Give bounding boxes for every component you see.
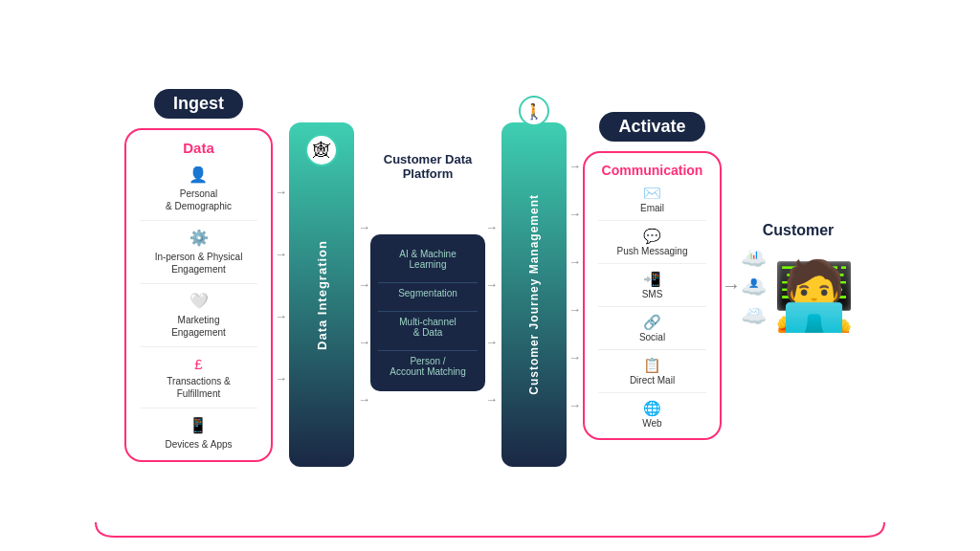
- ingest-card-title: Data: [183, 140, 214, 156]
- cloud-mail-icon: ✉️: [748, 307, 759, 317]
- direct-mail-icon: 📋: [643, 357, 661, 374]
- cloud-3: ☁️ ✉️: [741, 304, 767, 329]
- divider: [598, 306, 706, 307]
- arrow-r-multi: →: [485, 335, 498, 349]
- arr-c2: →: [568, 207, 581, 221]
- heart-icon: 🤍: [189, 292, 209, 312]
- arr-c6: →: [568, 398, 581, 412]
- sms-icon: 📲: [643, 271, 661, 288]
- divider: [140, 346, 257, 347]
- ingest-item-personal: 👤 Personal& Demographic: [166, 165, 232, 212]
- activate-title: Activate: [599, 112, 704, 142]
- arrow-r-person: →: [485, 392, 498, 407]
- ingest-item-transactions: £ Transactions &Fulfillment: [167, 355, 230, 401]
- divider: [140, 283, 257, 284]
- customer-figure-area: ☁️ 📊 ☁️ 👤 ☁️ ✉️ 🧑‍💻: [741, 247, 856, 329]
- pound-icon: £: [194, 355, 202, 374]
- customer-label: Customer: [763, 222, 835, 239]
- ingest-item-devices: 📱 Devices & Apps: [165, 416, 232, 451]
- comm-item-email: ✉️ Email: [640, 185, 664, 213]
- divider: [598, 263, 706, 264]
- comm-item-web: 🌐 Web: [642, 400, 661, 429]
- divider: [598, 392, 706, 393]
- cjm-column: Customer Journey Management: [501, 122, 567, 467]
- cdp-item-person-matching: Person /Account Matching: [378, 350, 478, 382]
- cdp-with-arrows: → → → → AI & Machine Learning Segmentati…: [358, 188, 498, 437]
- cjm-label: Customer Journey Management: [527, 194, 541, 395]
- cdp-item-segmentation: Segmentation: [378, 282, 478, 303]
- customer-section: Customer ☁️ 📊 ☁️ 👤 ☁️ ✉️: [741, 222, 856, 329]
- divider: [140, 408, 257, 408]
- devices-icon: 📱: [189, 416, 208, 436]
- cdp-body: AI & Machine Learning Segmentation Multi…: [370, 234, 485, 391]
- cjm-arrows: → → → → → →: [568, 94, 581, 457]
- arrow-4: →: [275, 371, 287, 386]
- cdp-right-arrows: → → → →: [485, 188, 498, 437]
- ingest-item-inperson: ⚙️ In-person & PhysicalEngagement: [155, 229, 243, 276]
- web-icon: 🌐: [643, 400, 661, 417]
- cjm-wrap: 🚶 Customer Journey Management: [501, 122, 567, 467]
- ingest-item-marketing: 🤍 MarketingEngagement: [171, 292, 226, 339]
- arrow-3: →: [275, 309, 287, 323]
- comm-card-title: Communication: [602, 163, 703, 178]
- customer-person-figure: 🧑‍💻: [772, 262, 856, 329]
- final-arrow-sym: →: [722, 275, 741, 297]
- person-icon: 👤: [189, 165, 208, 186]
- arrow-ai: →: [358, 220, 370, 234]
- cjm-person-icon: 🚶: [519, 96, 549, 126]
- comm-item-social: 🔗 Social: [639, 314, 665, 342]
- cloud-person-icon: 👤: [748, 278, 759, 288]
- ingest-title: Ingest: [154, 89, 243, 119]
- data-integration-section: 🕸 Data Integration: [289, 122, 354, 467]
- network-icon: 🕸: [305, 134, 338, 166]
- divider: [598, 349, 706, 350]
- cloud-2: ☁️ 👤: [741, 276, 767, 300]
- arrow-1: →: [275, 185, 287, 199]
- comm-item-push: 💬 Push Messaging: [617, 228, 688, 256]
- ingest-section: Ingest Data 👤 Personal& Demographic ⚙️ I…: [124, 89, 273, 462]
- data-integration-label: Data Integration: [315, 240, 329, 350]
- push-icon: 💬: [643, 228, 661, 245]
- arrow-2: →: [275, 247, 287, 261]
- social-icon: 🔗: [643, 314, 661, 331]
- arrow-person: →: [358, 392, 370, 407]
- arrow-r-seg: →: [485, 277, 498, 292]
- cdp-section: Customer DataPlatform → → → → AI & Machi…: [358, 152, 498, 437]
- diagram-container: Ingest Data 👤 Personal& Demographic ⚙️ I…: [0, 0, 980, 551]
- arr-c3: →: [568, 254, 581, 269]
- email-icon: ✉️: [643, 185, 661, 202]
- gear-icon: ⚙️: [189, 229, 209, 249]
- arrow-multi: →: [358, 335, 370, 349]
- data-integration-column: 🕸 Data Integration: [289, 122, 354, 467]
- ingest-arrows: → → → →: [275, 113, 287, 438]
- cdp-title: Customer DataPlatform: [384, 152, 472, 181]
- arr-c5: →: [568, 350, 581, 364]
- arrow-r-ai: →: [485, 220, 498, 234]
- cdp-left-arrows: → → → →: [358, 188, 370, 437]
- comm-item-sms: 📲 SMS: [642, 271, 663, 299]
- cloud-chart-icon: 📊: [748, 250, 759, 259]
- activate-section: Activate Communication ✉️ Email 💬 Push M…: [583, 112, 722, 440]
- cjm-section: 🚶 Customer Journey Management: [501, 122, 567, 467]
- ingest-card: Data 👤 Personal& Demographic ⚙️ In-perso…: [124, 128, 273, 462]
- comm-item-direct: 📋 Direct Mail: [630, 357, 675, 386]
- arrow-seg: →: [358, 277, 370, 292]
- communication-card: Communication ✉️ Email 💬 Push Messaging …: [583, 151, 722, 440]
- arr-c4: →: [568, 302, 581, 317]
- cdp-item-multichannel: Multi-channel& Data: [378, 311, 478, 342]
- cloud-1: ☁️ 📊: [741, 247, 767, 272]
- divider: [598, 220, 706, 221]
- cdp-item-ai: AI & Machine Learning: [378, 244, 478, 275]
- cloud-group: ☁️ 📊 ☁️ 👤 ☁️ ✉️: [741, 247, 767, 329]
- divider: [140, 220, 257, 221]
- final-arrow: →: [722, 275, 741, 297]
- arr-c1: →: [568, 159, 581, 173]
